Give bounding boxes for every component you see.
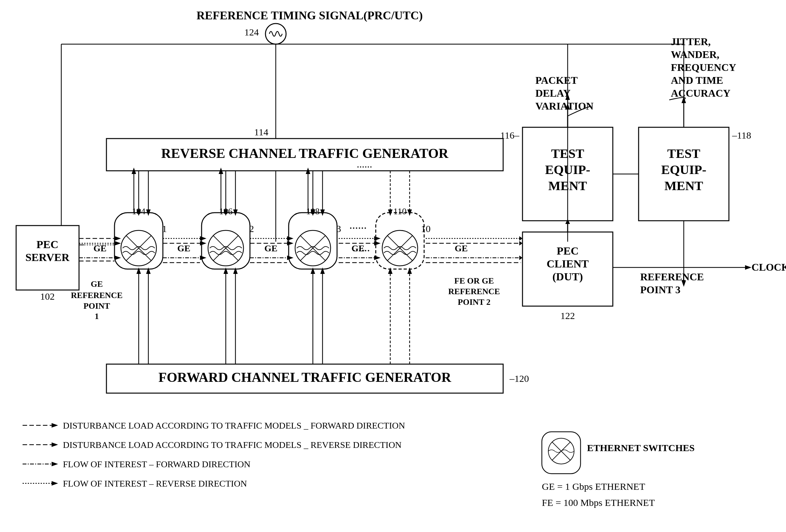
packet-delay-label3: VARIATION [535,100,594,112]
node2-label: 2 [249,223,254,234]
ellipsis2: ...... [352,241,370,254]
ref-point1-label2: REFERENCE [71,291,122,300]
pec-client-label: PEC [557,245,579,257]
ge-def-label: GE = 1 Gbps ETHERNET [542,481,645,492]
legend2-label: DISTURBANCE LOAD ACCORDING TO TRAFFIC MO… [63,440,401,450]
node3 [289,213,337,269]
node4-label: 10 [421,223,431,234]
packet-delay-label2: DELAY [535,87,571,99]
node4-num: 110 [393,206,407,216]
ref-point3-label1: REFERENCE [640,271,704,283]
node1 [115,213,163,269]
jitter-label1: JITTER, [671,36,711,47]
ref-point2-label1: FE OR GE [455,276,494,286]
ethernet-switch-label: ETHERNET SWITCHES [587,442,695,453]
ref-point2-label3: POINT 2 [458,297,490,307]
ge5-label: GE [455,243,468,253]
ellipsis-upper: ...... [357,158,372,170]
clock-label: CLOCK [752,261,786,273]
ref-timing-label: REFERENCE TIMING SIGNAL(PRC/UTC) [196,9,422,22]
test-equip1-num: 116– [500,130,519,141]
diagram-container: REFERENCE TIMING SIGNAL(PRC/UTC) 124 REV… [0,0,786,532]
node1-label: 1 [162,223,167,234]
test-equip2-num: –118 [732,130,751,141]
legend1-label: DISTURBANCE LOAD ACCORDING TO TRAFFIC MO… [63,420,405,431]
packet-delay-label1: PACKET [535,74,578,86]
test-equip2-label: TEST [667,146,700,161]
ref-point1-num: 1 [95,312,99,321]
forward-channel-label: FORWARD CHANNEL TRAFFIC GENERATOR [158,370,451,385]
ge2-label: GE [177,243,190,253]
legend3-label: FLOW OF INTEREST – FORWARD DIRECTION [63,459,251,469]
ref-point1-label3: POINT [84,301,110,311]
test-equip2-label3: MENT [664,178,703,193]
reverse-channel-label: REVERSE CHANNEL TRAFFIC GENERATOR [161,146,449,161]
ref-timing-num: 124 [245,27,259,38]
node3-label: 3 [337,223,341,234]
pec-server-num: 102 [40,291,55,301]
ref-point2-label2: REFERENCE [448,287,500,296]
pec-client-num: 122 [560,310,575,321]
jitter-label5: ACCURACY [671,87,731,99]
node2 [202,213,250,269]
ref-point1-label1: GE [91,280,103,289]
ge3-label: GE [264,243,277,253]
jitter-label3: FREQUENCY [671,62,736,73]
jitter-label2: WANDER, [671,49,719,60]
pec-server-label: PEC [37,238,59,250]
jitter-label4: AND TIME [671,74,723,86]
num120-label: –120 [509,373,529,384]
ellipsis1: ...... [349,218,367,232]
fe-def-label: FE = 100 Mbps ETHERNET [542,497,655,508]
test-equip2-label2: EQUIP- [661,162,706,177]
ref-point3-label2: POINT 3 [640,284,680,295]
legend4-label: FLOW OF INTEREST – REVERSE DIRECTION [63,479,247,488]
num114-label: 114 [254,127,268,137]
node4 [376,213,424,269]
pec-server-label2: SERVER [25,251,70,263]
pec-client-label3: (DUT) [553,271,583,283]
pec-client-label2: CLIENT [547,258,589,270]
